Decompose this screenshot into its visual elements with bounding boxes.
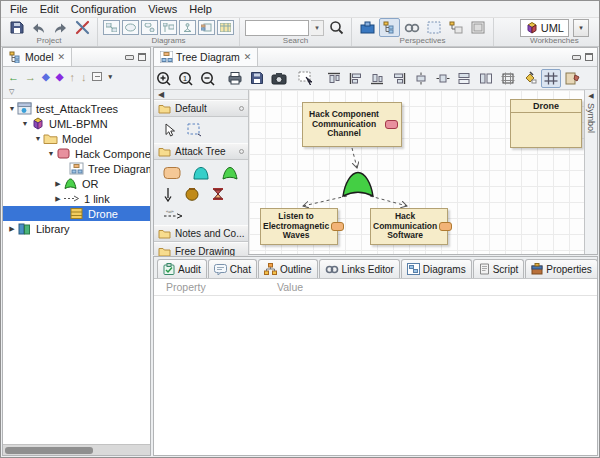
nav-down-icon[interactable]: ↓ xyxy=(81,71,87,83)
nav-up-icon[interactable]: ↑ xyxy=(69,71,75,83)
horizontal-scrollbar[interactable] xyxy=(3,444,150,455)
expander-icon[interactable]: ▼ xyxy=(20,120,30,127)
workbench-selector[interactable]: UML xyxy=(520,19,569,37)
tree-item-hack-component[interactable]: ▼ Hack Component Communication Channel xyxy=(3,146,150,161)
diagram-canvas[interactable]: Hack Component Communication Channel Dro… xyxy=(249,90,584,254)
search-icon[interactable] xyxy=(326,19,346,37)
distribute-vertical-icon[interactable] xyxy=(410,69,431,88)
collapse-left-icon[interactable]: ◀ xyxy=(588,92,593,100)
tab-links-editor[interactable]: Links Editor xyxy=(319,259,400,278)
perspective-outline-grid-icon[interactable] xyxy=(446,19,466,37)
expander-icon[interactable]: ▼ xyxy=(46,150,56,157)
undo-icon[interactable] xyxy=(28,19,48,37)
fill-color-icon[interactable] xyxy=(519,69,540,88)
new-component-diagram-icon[interactable] xyxy=(198,20,215,35)
pointer-tool[interactable] xyxy=(163,123,176,137)
align-left-icon[interactable] xyxy=(345,69,366,88)
new-usecase-diagram-icon[interactable] xyxy=(122,20,139,35)
new-sequence-diagram-icon[interactable] xyxy=(160,20,177,35)
collapse-all-icon[interactable] xyxy=(92,72,102,81)
zoom-out-icon[interactable] xyxy=(198,69,219,88)
tab-outline[interactable]: Outline xyxy=(258,259,318,278)
editor-maximize-icon[interactable] xyxy=(585,53,593,61)
selection-tool-icon[interactable] xyxy=(296,69,317,88)
tree-item-uml-bpmn[interactable]: ▼ UML-BPMN xyxy=(3,116,150,131)
workbench-dropdown-icon[interactable]: ▾ xyxy=(573,19,589,37)
section-pin-icon[interactable] xyxy=(239,106,244,111)
tab-properties[interactable]: Properties xyxy=(525,259,598,278)
save-icon[interactable] xyxy=(6,19,26,37)
dashed-link-tool[interactable]: «at» xyxy=(163,209,183,219)
diagram-properties-icon[interactable] xyxy=(562,69,583,88)
print-icon[interactable] xyxy=(225,69,246,88)
perspective-window-icon[interactable] xyxy=(468,19,488,37)
palette-collapse-bar[interactable]: ◀ xyxy=(154,90,248,100)
tab-chat[interactable]: Chat xyxy=(208,259,257,278)
screenshot-icon[interactable] xyxy=(269,69,290,88)
node-root-attack[interactable]: Hack Component Communication Channel xyxy=(302,102,402,147)
settings-tools-icon[interactable] xyxy=(72,19,92,37)
and-gate-tool[interactable] xyxy=(192,166,210,180)
menu-edit[interactable]: Edit xyxy=(34,2,65,16)
marquee-tool[interactable] xyxy=(187,123,202,137)
expander-icon[interactable]: ▼ xyxy=(7,105,17,112)
perspective-canvas-icon[interactable] xyxy=(424,19,444,37)
symbol-strip[interactable]: ◀ Symbol xyxy=(584,90,597,254)
attack-node-tool[interactable] xyxy=(163,166,181,180)
expander-icon[interactable]: ▶ xyxy=(53,195,63,203)
tree-item-library[interactable]: ▶ Library xyxy=(3,221,150,236)
tree-item-drone[interactable]: Drone xyxy=(3,206,150,221)
node-or-gate[interactable] xyxy=(340,170,376,198)
align-bottom-icon[interactable] xyxy=(367,69,388,88)
nav-next-diagram-icon[interactable]: ◆ xyxy=(56,71,64,82)
sequence-node-tool[interactable] xyxy=(184,187,200,202)
menu-configuration[interactable]: Configuration xyxy=(65,2,142,16)
properties-table-body[interactable] xyxy=(154,296,597,455)
filter-dropdown-icon[interactable]: ▽ xyxy=(9,88,14,96)
palette-section-notes[interactable]: Notes and Co... xyxy=(154,225,248,242)
tree-item-tree-diagram[interactable]: Tree Diagram xyxy=(3,161,150,176)
tab-diagrams[interactable]: Diagrams xyxy=(401,259,472,278)
zoom-reset-icon[interactable]: 1 xyxy=(176,69,197,88)
palette-section-attack-tree[interactable]: Attack Tree xyxy=(154,143,248,160)
expander-icon[interactable]: ▶ xyxy=(7,225,17,233)
tab-model[interactable]: Model ✕ xyxy=(3,48,72,66)
search-dropdown-icon[interactable]: ▾ xyxy=(311,20,324,36)
align-right-icon[interactable] xyxy=(389,69,410,88)
collapse-left-icon[interactable]: ◀ xyxy=(158,90,164,99)
nav-forward-icon[interactable]: → xyxy=(25,71,36,83)
same-height-icon[interactable] xyxy=(476,69,497,88)
timer-node-tool[interactable] xyxy=(211,187,225,202)
tree-item-project[interactable]: ▼ test_AttackTrees xyxy=(3,101,150,116)
redo-icon[interactable] xyxy=(50,19,70,37)
distribute-horizontal-icon[interactable] xyxy=(432,69,453,88)
view-menu-icon[interactable]: ▾ xyxy=(108,73,112,81)
section-pin-icon[interactable] xyxy=(239,149,244,154)
expander-icon[interactable]: ▶ xyxy=(53,180,63,188)
node-drone-block[interactable]: Drone xyxy=(510,99,582,148)
new-activity-diagram-icon[interactable] xyxy=(141,20,158,35)
save-diagram-icon[interactable] xyxy=(247,69,268,88)
zoom-in-icon[interactable] xyxy=(154,69,175,88)
expander-icon[interactable]: ▼ xyxy=(33,135,43,142)
tab-tree-diagram[interactable]: Tree Diagram ✕ xyxy=(154,48,258,66)
node-leaf-listen[interactable]: Listen to Electromagnetic Waves xyxy=(260,208,338,245)
tree-item-or[interactable]: ▶ OR xyxy=(3,176,150,191)
new-class-diagram-icon[interactable] xyxy=(103,20,120,35)
nav-back-icon[interactable]: ← xyxy=(8,71,19,83)
same-size-icon[interactable] xyxy=(497,69,518,88)
palette-section-default[interactable]: Default xyxy=(154,100,248,117)
tree-item-links[interactable]: ▶ 1 link xyxy=(3,191,150,206)
new-table-diagram-icon[interactable] xyxy=(217,20,234,35)
tree-item-model-folder[interactable]: ▼ Model xyxy=(3,131,150,146)
align-top-icon[interactable] xyxy=(324,69,345,88)
perspective-links-icon[interactable] xyxy=(402,19,422,37)
nav-prev-diagram-icon[interactable]: ◆ xyxy=(42,71,50,82)
editor-minimize-icon[interactable] xyxy=(572,55,581,60)
tab-model-close-icon[interactable]: ✕ xyxy=(58,52,66,62)
tab-script[interactable]: Script xyxy=(473,259,525,278)
tab-tree-diagram-close-icon[interactable]: ✕ xyxy=(244,52,252,62)
arrow-link-tool[interactable] xyxy=(163,187,173,202)
maximize-icon[interactable] xyxy=(138,53,146,61)
tab-audit[interactable]: Audit xyxy=(157,259,207,278)
